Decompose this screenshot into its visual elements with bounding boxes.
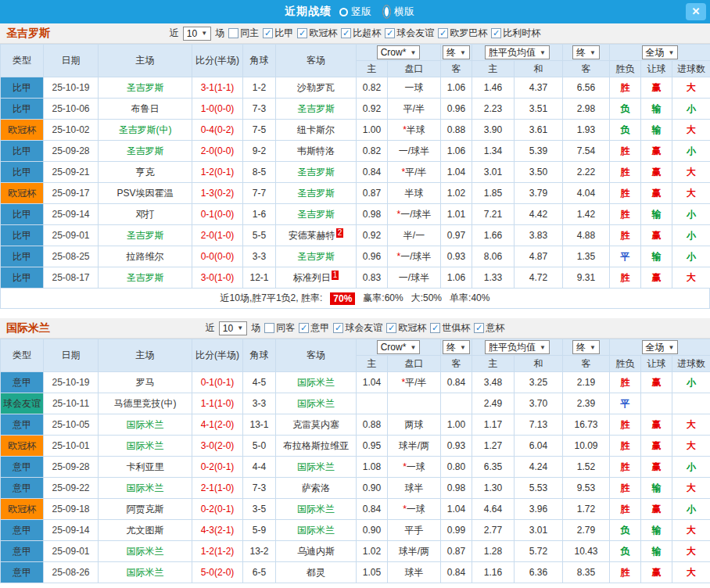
radio-vertical[interactable]: 竖版: [339, 5, 371, 19]
section-2-col-header-2: 主场: [99, 339, 192, 372]
section-2-team-name: 国际米兰: [6, 321, 50, 335]
section-2-filter-checkbox-1[interactable]: ✓意甲: [299, 321, 329, 335]
section-2-header-select-1[interactable]: 终▼: [443, 340, 470, 354]
away-team-cell: 圣吉罗斯: [276, 204, 357, 225]
avg-draw-cell: 3.61: [515, 120, 563, 141]
home-team-cell: 布鲁日: [99, 99, 192, 120]
section-2-header-select-0-chevron-down-icon: ▼: [410, 344, 416, 351]
handicap-result-cell: 输: [641, 520, 672, 541]
home-team-cell: 圣吉罗斯: [99, 141, 192, 162]
section-2-col-header-3: 比分(半场): [192, 339, 243, 372]
section-1-count-select[interactable]: 10▼: [183, 27, 211, 41]
date-cell: 25-10-02: [44, 120, 99, 141]
section-1-header-select-0[interactable]: Crow*▼: [377, 45, 421, 59]
section-2-filter-checkbox-0[interactable]: 同客: [264, 321, 295, 335]
home-team-cell-name: PSV埃因霍温: [117, 188, 173, 199]
section-2-filter-checkbox-2-checkbox-icon: ✓: [333, 323, 343, 333]
handicap-cell: 一球: [388, 77, 441, 99]
avg-lose-cell: 6.56: [563, 77, 610, 99]
date-cell: 25-09-01: [44, 541, 99, 562]
handicap-cell: 球半: [388, 562, 441, 583]
section-2-sub-header-1: 盘口: [388, 356, 441, 372]
section-2-select-header-3: 终▼: [563, 339, 610, 356]
goals-result-cell: 小: [672, 225, 710, 246]
score-cell: 1-0(0-0): [192, 99, 243, 120]
table-row: 欧冠杯25-09-18阿贾克斯0-2(0-1)3-5国际米兰0.84*一球1.0…: [1, 499, 710, 520]
section-2-header-select-3[interactable]: 终▼: [572, 340, 600, 354]
home-odds-cell: 0.83: [357, 267, 388, 289]
avg-lose-cell: 10.09: [563, 436, 610, 457]
table-row: 比甲25-09-21亨克1-2(0-1)8-5圣吉罗斯0.84*平/半1.043…: [1, 162, 710, 183]
league-type-cell: 比甲: [1, 267, 44, 289]
section-1-header-select-1[interactable]: 终▼: [443, 45, 470, 59]
section-1-filter-checkbox-3[interactable]: ✓比超杯: [341, 27, 381, 40]
home-team-cell-name: 拉路维尔: [127, 251, 164, 262]
goals-result-cell: 大: [672, 478, 710, 499]
section-1-header-select-4[interactable]: 全场▼: [642, 45, 679, 59]
table-row: 比甲25-08-25拉路维尔0-0(0-0)3-3圣吉罗斯0.96*一/球半0.…: [1, 246, 710, 267]
home-team-cell-name: 圣吉罗斯: [127, 230, 164, 241]
section-1-sub-header-1: 盘口: [388, 61, 441, 77]
avg-win-cell: 1.46: [472, 77, 515, 99]
section-2-header-select-0[interactable]: Crow*▼: [377, 340, 421, 354]
section-1-filter-checkbox-6[interactable]: ✓比利时杯: [491, 27, 540, 40]
section-1-filter-checkbox-5[interactable]: ✓欧罗巴杯: [438, 27, 487, 40]
away-team-cell-name: 纽卡斯尔: [297, 124, 335, 135]
away-team-cell: 萨索洛: [276, 478, 357, 499]
section-2-count-select[interactable]: 10▼: [219, 321, 247, 335]
section-2-header-select-4[interactable]: 全场▼: [642, 340, 679, 354]
away-team-cell: 圣吉罗斯: [276, 99, 357, 120]
result-cell: 胜: [610, 436, 641, 457]
result-cell: 胜: [610, 478, 641, 499]
section-1-header-select-3[interactable]: 终▼: [572, 45, 600, 59]
section-2-filter-checkbox-3[interactable]: ✓欧冠杯: [386, 321, 426, 335]
radio-horizontal[interactable]: 横版: [382, 5, 414, 19]
section-1-sub-header-7: 让球: [641, 61, 672, 77]
sections-container: 圣吉罗斯近10▼场同主✓比甲✓欧冠杯✓比超杯✓球会友谊✓欧罗巴杯✓比利时杯类型日…: [0, 23, 710, 583]
home-team-cell: 国际米兰: [99, 436, 192, 457]
section-2-filter-checkbox-4[interactable]: ✓世俱杯: [430, 321, 470, 335]
section-2-filter-checkbox-2[interactable]: ✓球会友谊: [333, 321, 382, 335]
section-1-filter-checkbox-4[interactable]: ✓球会友谊: [385, 27, 434, 40]
corner-cell: 13-1: [243, 414, 276, 436]
home-odds-cell: 0.96: [357, 246, 388, 267]
section-2-filter-checkbox-5[interactable]: ✓意杯: [474, 321, 504, 335]
home-odds-cell: 0.90: [357, 478, 388, 499]
avg-draw-cell: 6.04: [515, 436, 563, 457]
avg-win-cell: 7.21: [472, 204, 515, 225]
result-cell: 胜: [610, 267, 641, 289]
section-1-filter-checkbox-0-label: 同主: [240, 27, 259, 40]
section-1-select-header-1: 终▼: [441, 45, 472, 61]
handicap-cell: 半球: [388, 183, 441, 204]
section-1-header-select-4-value: 全场: [646, 46, 665, 59]
section-1-filter-checkbox-1[interactable]: ✓比甲: [263, 27, 293, 40]
goals-result-cell: 小: [672, 99, 710, 120]
section-1-team-name: 圣吉罗斯: [6, 27, 50, 41]
table-row: 比甲25-08-17圣吉罗斯3-0(1-0)12-1标准列日10.83一/球半1…: [1, 267, 710, 289]
home-team-cell: 圣吉罗斯: [99, 267, 192, 289]
section-2-sub-header-5: 客: [563, 356, 610, 372]
section-1-filter-checkbox-0[interactable]: 同主: [228, 27, 259, 40]
goals-result-cell: 大: [672, 120, 710, 141]
date-cell: 25-09-17: [44, 183, 99, 204]
home-odds-cell: 0.88: [357, 414, 388, 436]
avg-win-cell: 8.06: [472, 246, 515, 267]
section-2-filter-checkbox-2-label: 球会友谊: [345, 321, 382, 335]
away-team-cell: 国际米兰: [276, 393, 357, 414]
home-team-cell-name: 亨克: [136, 167, 155, 177]
section-1-header-select-2[interactable]: 胜平负均值▼: [485, 45, 550, 59]
close-button[interactable]: ✕: [686, 3, 706, 20]
section-2-col-header-5: 客场: [276, 339, 357, 372]
home-team-cell-name: 国际米兰: [127, 419, 164, 430]
section-1-filter-checkbox-2[interactable]: ✓欧冠杯: [297, 27, 337, 40]
section-2-count-select-chevron-down-icon: ▼: [237, 324, 243, 332]
section-2-filter-checkbox-4-label: 世俱杯: [442, 321, 470, 335]
section-1-header-select-0-chevron-down-icon: ▼: [410, 49, 416, 56]
home-team-cell: 国际米兰: [99, 562, 192, 583]
section-1-select-header-3: 终▼: [563, 45, 610, 61]
avg-lose-cell: 16.73: [563, 414, 610, 436]
section-2-header-select-2[interactable]: 胜平负均值▼: [485, 340, 550, 354]
league-type-cell: 球会友谊: [1, 393, 44, 414]
away-team-cell: 安德莱赫特2: [276, 225, 357, 246]
home-team-cell-name: 马德里竞技(中): [114, 398, 177, 409]
